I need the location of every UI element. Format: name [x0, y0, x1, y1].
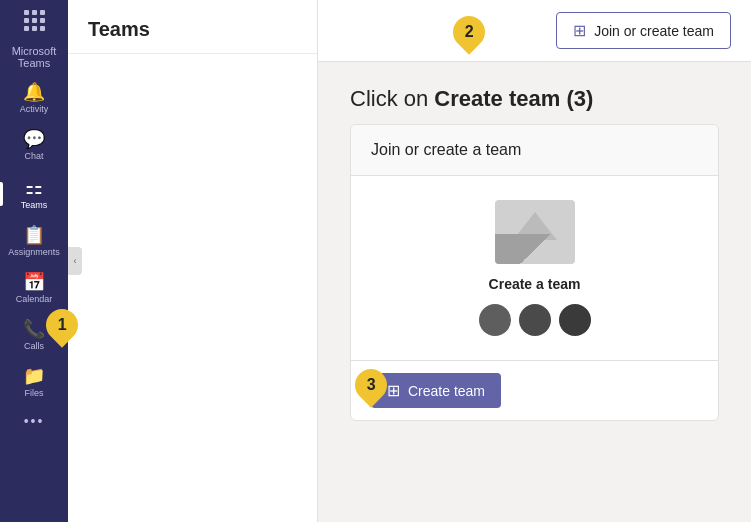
card-footer-inner: 3 ⊞ Create team [371, 373, 501, 408]
avatar-row [479, 304, 591, 336]
team-icon-placeholder [495, 200, 575, 264]
sidebar-item-calendar[interactable]: 📅 Calendar [0, 265, 68, 312]
app-title: Microsoft Teams [0, 41, 68, 75]
avatar-1 [479, 304, 511, 336]
teams-list-panel: Teams [68, 0, 318, 522]
join-create-icon: ⊞ [573, 21, 586, 40]
sidebar-item-chat[interactable]: 💬 Chat [0, 122, 68, 169]
calendar-icon: 📅 [23, 273, 45, 291]
sidebar-item-label: Calls [24, 341, 44, 351]
sidebar-item-files[interactable]: 📁 Files [0, 359, 68, 406]
sidebar-item-assignments[interactable]: 📋 Assignments [0, 218, 68, 265]
sidebar-item-more[interactable]: ••• [0, 406, 68, 436]
card-header: Join or create a team [351, 125, 718, 176]
right-panel: 2 ⊞ Join or create team Click on Create … [318, 0, 751, 522]
create-team-label: Create a team [489, 276, 581, 292]
teams-panel-header: Teams [68, 0, 317, 54]
card-footer: 3 ⊞ Create team [351, 360, 718, 420]
nav-rail: Microsoft Teams 🔔 Activity 💬 Chat 1 ⚏ Te… [0, 0, 68, 522]
instruction-bold: Create team (3) [434, 86, 593, 111]
sidebar-item-label: Chat [24, 151, 43, 161]
sidebar-item-label: Teams [21, 200, 48, 210]
collapse-rail-button[interactable]: ‹ [68, 247, 82, 275]
sidebar-item-label: Files [24, 388, 43, 398]
grid-icon [24, 10, 45, 31]
more-icon: ••• [24, 414, 45, 428]
join-create-card: Join or create a team Create a team 3 ⊞ … [350, 124, 719, 421]
create-team-icon: ⊞ [387, 381, 400, 400]
sidebar-item-label: Calendar [16, 294, 53, 304]
avatar-2 [519, 304, 551, 336]
instruction-area: Click on Create team (3) [318, 62, 751, 124]
assignments-icon: 📋 [23, 226, 45, 244]
calls-icon: 📞 [23, 320, 45, 338]
sidebar-item-activity[interactable]: 🔔 Activity [0, 75, 68, 122]
sidebar-item-label: Assignments [8, 247, 60, 257]
activity-icon: 🔔 [23, 83, 45, 101]
join-create-btn-label: Join or create team [594, 23, 714, 39]
avatar-3 [559, 304, 591, 336]
instruction-text: Click on Create team (3) [350, 86, 719, 112]
app-launcher[interactable] [0, 0, 68, 41]
instruction-prefix: Click on [350, 86, 434, 111]
sidebar-item-teams[interactable]: 1 ⚏ Teams [0, 169, 68, 218]
chat-icon: 💬 [23, 130, 45, 148]
join-create-team-button[interactable]: ⊞ Join or create team [556, 12, 731, 49]
card-body: Create a team [351, 176, 718, 360]
sidebar-item-label: Activity [20, 104, 49, 114]
create-team-button[interactable]: ⊞ Create team [371, 373, 501, 408]
files-icon: 📁 [23, 367, 45, 385]
top-bar: 2 ⊞ Join or create team [318, 0, 751, 62]
teams-icon: ⚏ [25, 177, 43, 197]
callout-2: 2 [446, 9, 491, 54]
create-team-btn-label: Create team [408, 383, 485, 399]
